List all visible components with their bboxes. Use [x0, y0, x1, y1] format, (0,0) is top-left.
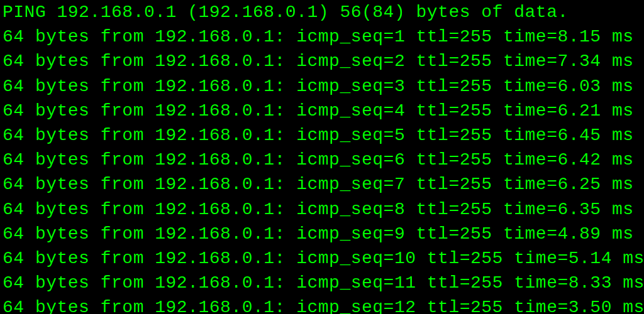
ping-reply: 64 bytes from 192.168.0.1: icmp_seq=5 tt…: [3, 123, 641, 148]
ping-header: PING 192.168.0.1 (192.168.0.1) 56(84) by…: [3, 0, 641, 24]
ping-reply: 64 bytes from 192.168.0.1: icmp_seq=11 t…: [3, 271, 641, 295]
ping-reply: 64 bytes from 192.168.0.1: icmp_seq=8 tt…: [3, 197, 641, 222]
ping-reply: 64 bytes from 192.168.0.1: icmp_seq=7 tt…: [3, 172, 641, 197]
ping-reply: 64 bytes from 192.168.0.1: icmp_seq=4 tt…: [3, 99, 641, 123]
ping-reply: 64 bytes from 192.168.0.1: icmp_seq=3 tt…: [3, 74, 641, 99]
terminal-output: PING 192.168.0.1 (192.168.0.1) 56(84) by…: [3, 0, 641, 314]
ping-reply: 64 bytes from 192.168.0.1: icmp_seq=2 tt…: [3, 49, 641, 73]
ping-reply: 64 bytes from 192.168.0.1: icmp_seq=9 tt…: [3, 222, 641, 246]
ping-reply: 64 bytes from 192.168.0.1: icmp_seq=6 tt…: [3, 148, 641, 172]
ping-reply: 64 bytes from 192.168.0.1: icmp_seq=12 t…: [3, 295, 641, 314]
ping-reply: 64 bytes from 192.168.0.1: icmp_seq=1 tt…: [3, 24, 641, 49]
ping-reply: 64 bytes from 192.168.0.1: icmp_seq=10 t…: [3, 246, 641, 271]
